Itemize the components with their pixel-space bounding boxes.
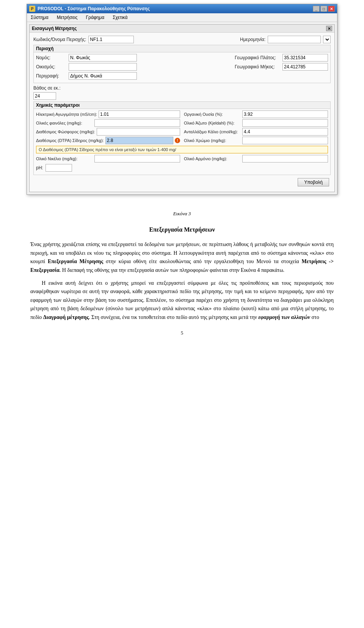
- geo-platos-label: Γεωγραφικό Πλάτος:: [235, 55, 280, 60]
- title-bar-left: P PROSODOL - Σύστημα Παρακολούθησης Ρύπα…: [29, 6, 150, 12]
- xhmikes-section: Χημικές παράμετροι Ηλεκτρική Αγωγιμότητα…: [33, 101, 331, 175]
- ilektriki-cell: Ηλεκτρική Αγωγιμότητα (mS/cm):: [36, 110, 180, 118]
- paragraph1: Ένας χρήστης χρειάζεται επίσης να επεξερ…: [30, 240, 334, 275]
- top-row: Κωδικός/Όνομα Περιοχής: Ημερομηνία:: [33, 36, 331, 43]
- oliko-xromio-cell: Ολικό Χρώμιο (mg/kg):: [184, 137, 328, 144]
- oliko-azoto-label: Ολικό Άζωτο (Kjeldahl) (%):: [184, 121, 241, 125]
- kodikos-input[interactable]: [88, 36, 134, 43]
- sidiros-input[interactable]: [105, 137, 173, 144]
- ilektriki-label: Ηλεκτρική Αγωγιμότητα (mS/cm):: [36, 112, 97, 117]
- diasth-fos-input[interactable]: [97, 128, 180, 136]
- submit-row: Υποβολή: [33, 178, 331, 189]
- maximize-button[interactable]: □: [320, 6, 327, 12]
- armonio-label: Ολικό Αρμόνιο (mg/kg):: [184, 156, 241, 161]
- doc-content: Εικόνα 3 Επεξεργασία Μετρήσεων Ένας χρήσ…: [0, 199, 364, 349]
- main-window: P PROSODOL - Σύστημα Παρακολούθησης Ρύπα…: [27, 4, 337, 195]
- sidiros-cell: Διαθέσιμος (DTPA) Σίδηρος (mg/kg): !: [36, 137, 180, 144]
- perigrafi-input[interactable]: [69, 72, 137, 80]
- dialog-close-button[interactable]: ✕: [326, 26, 332, 31]
- dialog-body: Κωδικός/Όνομα Περιοχής: Ημερομηνία: Περι…: [30, 33, 334, 192]
- nikelio-label: Ολικό Νικέλιο (mg/kg):: [36, 156, 93, 161]
- error-message: Ο Διαθέσιμος (DTPA) Σίδηρος πρέπει να εί…: [39, 147, 176, 152]
- oliko-azoto-input[interactable]: [242, 119, 328, 127]
- paragraph2-bold: Διαγραφή μέτρησης: [43, 314, 89, 320]
- geo-mikos-input[interactable]: [282, 63, 328, 71]
- sidiros-label: Διαθέσιμος (DTPA) Σίδηρος (mg/kg):: [36, 138, 104, 143]
- menu-metrisis[interactable]: Μετρήσεις: [55, 14, 80, 21]
- dialog-title-bar: Εισαγωγή Μέτρησης ✕: [30, 25, 334, 33]
- oliko-xromio-label: Ολικό Χρώμιο (mg/kg):: [184, 138, 241, 143]
- nomos-row: Νομός: Γεωγραφικό Πλάτος:: [36, 54, 328, 62]
- antall-kalio-cell: Ανταλλάξιμο Κάλιο (cmol/kg):: [184, 128, 328, 136]
- paragraph2: Η εικόνα αυτή δείχνει ότι ο χρήστης μπορ…: [30, 279, 334, 322]
- paragraph2-italic: εφαρμογή των αλλαγών: [258, 314, 310, 320]
- oikismos-input[interactable]: [69, 63, 137, 71]
- paragraph1-rest: στην κύρια οθόνη είτε ακολουθώντας από τ…: [103, 259, 301, 264]
- ph-label: pH:: [36, 165, 43, 170]
- chem-grid: Ηλεκτρική Αγωγιμότητα (mS/cm): Οργανική …: [36, 110, 328, 136]
- diasth-fos-label: Διαθέσιμος Φώσφορος (mg/kg):: [36, 129, 95, 134]
- perigrafi-label: Περιγραφή:: [36, 73, 66, 79]
- close-button[interactable]: ✕: [328, 6, 335, 12]
- submit-button[interactable]: Υποβολή: [298, 178, 329, 186]
- armonio-input[interactable]: [242, 155, 328, 163]
- oliko-xromio-input[interactable]: [242, 137, 328, 144]
- geo-mikos-label: Γεωγραφικό Μήκος:: [235, 64, 280, 69]
- menu-system[interactable]: Σύστημα: [28, 14, 51, 21]
- oikismos-label: Οικισμός:: [36, 64, 66, 69]
- paragraph2-last: στο: [310, 314, 319, 320]
- dialog-title: Εισαγωγή Μέτρησης: [32, 26, 77, 31]
- organiki-input[interactable]: [242, 110, 328, 118]
- menu-sxetika[interactable]: Σχετικά: [110, 14, 130, 21]
- diasth-fos-cell: Διαθέσιμος Φώσφορος (mg/kg):: [36, 128, 180, 136]
- error-tooltip: Ο Διαθέσιμος (DTPA) Σίδηρος πρέπει να εί…: [36, 146, 328, 153]
- olikes-cell: Ολικές φαινόλες (mg/kg):: [36, 119, 180, 127]
- vathos-input[interactable]: [33, 92, 56, 100]
- section-title: Επεξεργασία Μετρήσεων: [30, 225, 334, 235]
- ph-input[interactable]: [46, 164, 72, 172]
- olikes-input[interactable]: [94, 119, 180, 127]
- organiki-cell: Οργανική Ουσία (%):: [184, 110, 328, 118]
- window-title: PROSODOL - Σύστημα Παρακολούθησης Ρύπανσ…: [38, 6, 150, 11]
- paragraph1-bold: Επεξεργασία Μέτρησης: [48, 259, 103, 264]
- ph-row: pH:: [36, 164, 328, 172]
- armonio-cell: Ολικό Αρμόνιο (mg/kg):: [184, 155, 328, 163]
- title-bar: P PROSODOL - Σύστημα Παρακολούθησης Ρύπα…: [27, 4, 337, 13]
- antall-kalio-input[interactable]: [242, 128, 328, 136]
- geo-platos-input[interactable]: [282, 54, 328, 62]
- sidiros-row-container: Διαθέσιμος (DTPA) Σίδηρος (mg/kg): ! Ολι…: [36, 137, 328, 144]
- nomos-input[interactable]: [69, 54, 137, 62]
- paragraph2-end: . Στη συνέχεια, ένα τικ τοποθετείται στο…: [89, 314, 258, 320]
- olikes-label: Ολικές φαινόλες (mg/kg):: [36, 121, 93, 125]
- vathos-value-row: [33, 92, 331, 100]
- page-number: 5: [30, 329, 334, 337]
- hmerominia-label: Ημερομηνία:: [240, 37, 265, 42]
- perigrafi-row: Περιγραφή:: [36, 72, 328, 80]
- nikelio-grid: Ολικό Νικέλιο (mg/kg): Ολικό Αρμόνιο (mg…: [36, 155, 328, 163]
- vathos-label: Βάθος σε εκ.:: [33, 85, 61, 91]
- kodikos-label: Κωδικός/Όνομα Περιοχής:: [33, 37, 86, 42]
- hmerominia-dropdown[interactable]: [323, 36, 331, 43]
- figure-caption: Εικόνα 3: [30, 210, 334, 218]
- periochi-section: Περιοχή Νομός: Γεωγραφικό Πλάτος: Οικισμ…: [33, 45, 331, 83]
- paragraph1-end: . Η διεπαφή της οθόνης για την επεξεργασ…: [60, 267, 284, 273]
- hmerominia-input[interactable]: [268, 36, 321, 43]
- minimize-button[interactable]: _: [313, 6, 320, 12]
- dialog-panel: Εισαγωγή Μέτρησης ✕ Κωδικός/Όνομα Περιοχ…: [29, 24, 335, 192]
- nikelio-cell: Ολικό Νικέλιο (mg/kg):: [36, 155, 180, 163]
- oikismos-row: Οικισμός: Γεωγραφικό Μήκος:: [36, 63, 328, 71]
- error-icon: !: [175, 138, 180, 143]
- menu-bar: Σύστημα Μετρήσεις Γράφημα Σχετικά: [27, 13, 337, 22]
- menu-grafima[interactable]: Γράφημα: [83, 14, 107, 21]
- ilektriki-input[interactable]: [99, 110, 180, 118]
- periochi-section-title: Περιοχή: [34, 45, 330, 52]
- xhmikes-section-title: Χημικές παράμετροι: [34, 102, 330, 109]
- nomos-label: Νομός:: [36, 55, 66, 60]
- nikelio-input[interactable]: [94, 155, 180, 163]
- vathos-row: Βάθος σε εκ.:: [33, 85, 331, 91]
- app-icon: P: [29, 6, 35, 12]
- organiki-label: Οργανική Ουσία (%):: [184, 112, 241, 117]
- oliko-azoto-cell: Ολικό Άζωτο (Kjeldahl) (%):: [184, 119, 328, 127]
- antall-kalio-label: Ανταλλάξιμο Κάλιο (cmol/kg):: [184, 129, 241, 134]
- title-bar-controls: _ □ ✕: [313, 6, 335, 12]
